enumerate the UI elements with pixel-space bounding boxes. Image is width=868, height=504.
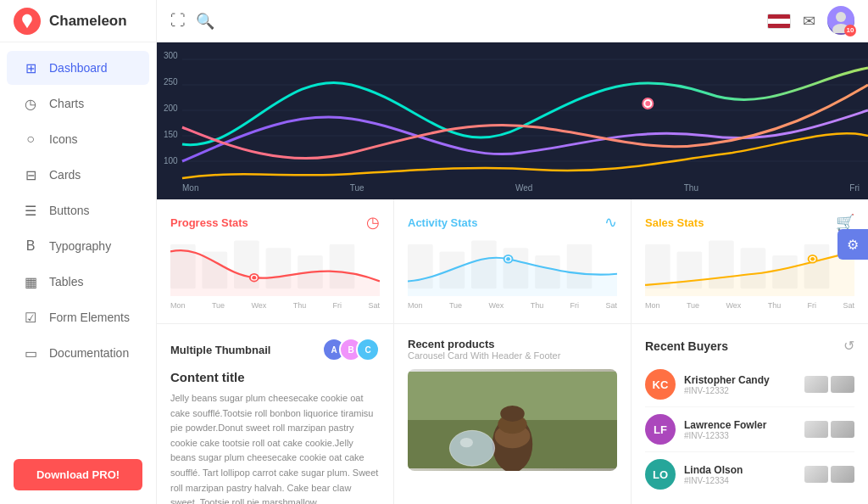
buyer-inv-1: #INV-12333 bbox=[684, 431, 804, 440]
buyer-inv-2: #INV-12334 bbox=[684, 476, 804, 485]
flag-icon[interactable] bbox=[767, 14, 791, 29]
activity-x-labels: Mon Tue Wex Thu Fri Sat bbox=[408, 301, 617, 310]
progress-stats-title: Progress Stats bbox=[170, 216, 248, 229]
activity-mini-chart bbox=[408, 237, 617, 296]
thumbnail-card: Multiple Thumbnail A B C Content title J… bbox=[157, 323, 394, 504]
svg-point-42 bbox=[460, 438, 473, 447]
buyer-name-1: Lawrence Fowler bbox=[684, 419, 804, 431]
sidebar-label-tables: Tables bbox=[49, 275, 83, 288]
recent-products-card: Recent products Carousel Card With Heade… bbox=[394, 323, 632, 504]
mail-icon[interactable]: ✉ bbox=[803, 12, 815, 31]
sidebar-item-documentation[interactable]: ▭ Documentation bbox=[7, 336, 149, 370]
progress-stats-header: Progress Stats ◷ bbox=[170, 213, 380, 232]
buyer-thumb-img-2-2 bbox=[831, 466, 854, 483]
thumb-avatar-3: C bbox=[356, 338, 380, 361]
sidebar-label-cards: Cards bbox=[49, 168, 81, 182]
tables-icon: ▦ bbox=[22, 273, 39, 290]
buyers-title: Recent Buyers bbox=[645, 339, 728, 353]
sidebar: Chameleon ⊞ Dashboard ◷ Charts ○ Icons ⊟… bbox=[0, 0, 157, 504]
thumbnail-card-header: Multiple Thumbnail A B C bbox=[170, 338, 380, 361]
content-area: 300 250 200 150 100 bbox=[157, 42, 868, 504]
hero-chart-svg bbox=[157, 42, 868, 199]
svg-point-41 bbox=[449, 430, 494, 466]
bottom-row: Multiple Thumbnail A B C Content title J… bbox=[157, 323, 868, 504]
sidebar-label-form-elements: Form Elements bbox=[49, 311, 130, 324]
cards-icon: ⊟ bbox=[22, 166, 39, 183]
activity-stats-title: Activity Stats bbox=[408, 216, 477, 229]
activity-stats-card: Activity Stats ∿ bbox=[394, 199, 632, 323]
progress-mini-chart bbox=[170, 237, 380, 296]
buyer-row: LF Lawrence Fowler #INV-12333 bbox=[645, 407, 854, 452]
svg-point-0 bbox=[25, 17, 30, 21]
recent-products-subtitle: Carousel Card With Header & Footer bbox=[408, 350, 617, 361]
dashboard-icon: ⊞ bbox=[22, 59, 39, 76]
sidebar-item-typography[interactable]: B Typography bbox=[7, 229, 149, 263]
avatar[interactable]: 10 bbox=[827, 8, 854, 35]
buyer-row: LO Linda Olson #INV-12334 bbox=[645, 452, 854, 496]
sidebar-label-typography: Typography bbox=[49, 239, 111, 253]
settings-fab[interactable]: ⚙ bbox=[837, 229, 868, 260]
form-elements-icon: ☑ bbox=[22, 309, 39, 326]
sidebar-item-tables[interactable]: ▦ Tables bbox=[7, 265, 149, 299]
hero-chart: 300 250 200 150 100 bbox=[157, 42, 868, 199]
buyer-info-1: Lawrence Fowler #INV-12333 bbox=[684, 419, 804, 440]
documentation-icon: ▭ bbox=[22, 344, 39, 361]
buyers-list: KC Kristopher Candy #INV-12332 LF Lawren… bbox=[645, 362, 854, 496]
sales-stats-card: Sales Stats 🛒 bbox=[632, 199, 868, 323]
stats-row: Progress Stats ◷ bbox=[157, 199, 868, 323]
sidebar-navigation: ⊞ Dashboard ◷ Charts ○ Icons ⊟ Cards ☰ B… bbox=[0, 42, 156, 445]
sidebar-item-buttons[interactable]: ☰ Buttons bbox=[7, 193, 149, 227]
buyer-thumb-img-2-1 bbox=[831, 421, 854, 438]
sidebar-item-charts[interactable]: ◷ Charts bbox=[7, 87, 149, 120]
progress-stats-card: Progress Stats ◷ bbox=[157, 199, 394, 323]
logo-text: Chameleon bbox=[49, 13, 127, 30]
avatar-badge: 10 bbox=[844, 25, 856, 36]
charts-icon: ◷ bbox=[22, 95, 39, 112]
product-image bbox=[408, 369, 617, 471]
main-content: ⛶ 🔍 ✉ 10 300 250 bbox=[157, 0, 868, 504]
svg-point-40 bbox=[500, 406, 525, 422]
progress-stats-icon: ◷ bbox=[366, 213, 380, 232]
search-icon[interactable]: 🔍 bbox=[196, 12, 214, 31]
activity-stats-icon: ∿ bbox=[604, 213, 617, 232]
buyer-thumb-img-1-1 bbox=[804, 421, 828, 438]
sales-stats-title: Sales Stats bbox=[645, 216, 704, 229]
sidebar-item-dashboard[interactable]: ⊞ Dashboard bbox=[7, 51, 149, 85]
buyer-thumb-img-1-0 bbox=[804, 376, 828, 393]
thumbnail-card-title: Multiple Thumbnail bbox=[170, 344, 270, 356]
chart-x-labels: Mon Tue Wed Thu Fri bbox=[182, 183, 860, 193]
thumbnail-avatars: A B C bbox=[322, 338, 380, 361]
sidebar-label-dashboard: Dashboard bbox=[49, 61, 108, 75]
buyer-thumbs-2 bbox=[804, 466, 854, 483]
sales-x-labels: Mon Tue Wex Thu Fri Sat bbox=[645, 301, 854, 310]
expand-icon[interactable]: ⛶ bbox=[170, 12, 186, 30]
refresh-icon[interactable]: ↺ bbox=[843, 338, 854, 354]
buyer-avatar-1: LF bbox=[645, 414, 676, 445]
content-text: Jelly beans sugar plum cheesecake cookie… bbox=[170, 391, 380, 504]
buttons-icon: ☰ bbox=[22, 202, 39, 219]
sidebar-item-icons[interactable]: ○ Icons bbox=[7, 122, 149, 156]
logo-icon bbox=[14, 8, 41, 35]
sales-mini-chart bbox=[645, 237, 854, 296]
header-right: ✉ 10 bbox=[767, 8, 854, 35]
progress-x-labels: Mon Tue Wex Thu Fri Sat bbox=[170, 301, 380, 310]
header: ⛶ 🔍 ✉ 10 bbox=[157, 0, 868, 42]
buyer-inv-0: #INV-12332 bbox=[684, 386, 804, 395]
buyer-name-2: Linda Olson bbox=[684, 464, 804, 476]
sidebar-label-charts: Charts bbox=[49, 97, 84, 110]
sidebar-item-form-elements[interactable]: ☑ Form Elements bbox=[7, 300, 149, 334]
sidebar-label-buttons: Buttons bbox=[49, 204, 89, 217]
svg-point-34 bbox=[810, 257, 815, 260]
buyer-thumb-img-2-0 bbox=[831, 376, 854, 393]
sidebar-item-cards[interactable]: ⊟ Cards bbox=[7, 158, 149, 192]
download-pro-button[interactable]: Download PRO! bbox=[14, 459, 142, 490]
buyer-name-0: Kristopher Candy bbox=[684, 374, 804, 386]
buyer-avatar-0: KC bbox=[645, 369, 676, 400]
icons-icon: ○ bbox=[22, 131, 39, 148]
buyer-row: KC Kristopher Candy #INV-12332 bbox=[645, 362, 854, 407]
activity-stats-header: Activity Stats ∿ bbox=[408, 213, 617, 232]
svg-rect-27 bbox=[645, 244, 670, 289]
recent-buyers-card: Recent Buyers ↺ KC Kristopher Candy #INV… bbox=[632, 323, 868, 504]
buyer-thumbs-1 bbox=[804, 421, 854, 438]
buyer-thumbs-0 bbox=[804, 376, 854, 393]
